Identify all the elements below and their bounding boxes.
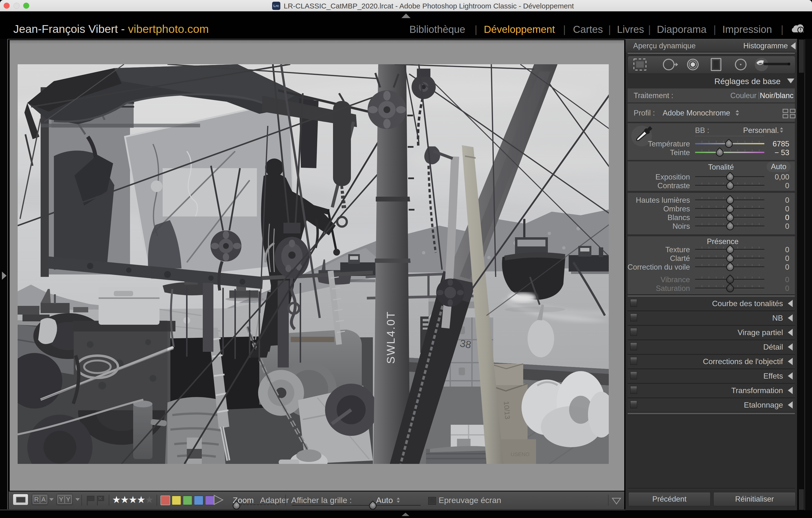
svg-text:10/13: 10/13 xyxy=(502,401,512,420)
svg-text:38: 38 xyxy=(459,337,472,351)
svg-text:SWL4.0T: SWL4.0T xyxy=(384,311,397,364)
svg-text:USENO: USENO xyxy=(511,451,529,457)
